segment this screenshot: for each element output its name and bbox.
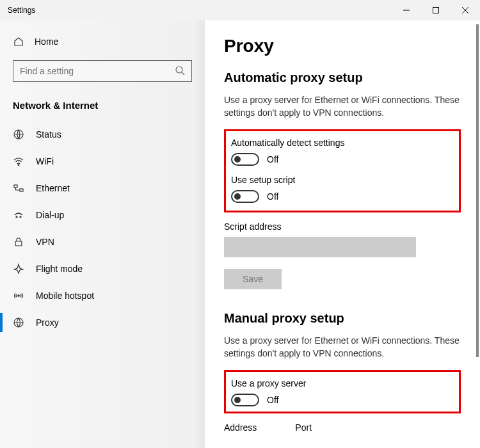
detect-toggle[interactable] (231, 153, 259, 166)
proxy-icon (13, 317, 24, 328)
manual-heading: Manual proxy setup (224, 311, 461, 326)
page-title: Proxy (224, 36, 461, 56)
svg-line-5 (182, 72, 184, 75)
minimize-button[interactable] (392, 0, 421, 20)
use-proxy-status: Off (267, 395, 278, 405)
sidebar-item-vpn[interactable]: VPN (0, 228, 205, 255)
sidebar-item-proxy[interactable]: Proxy (0, 309, 205, 336)
sidebar-item-label: Dial-up (36, 210, 64, 220)
use-proxy-label: Use a proxy server (231, 378, 454, 388)
maximize-button[interactable] (421, 0, 451, 20)
sidebar-item-ethernet[interactable]: Ethernet (0, 175, 205, 202)
svg-point-11 (20, 216, 21, 218)
home-label: Home (35, 36, 58, 47)
wifi-icon (13, 156, 24, 167)
home-nav[interactable]: Home (0, 31, 205, 52)
category-heading: Network & Internet (0, 95, 205, 121)
script-status: Off (267, 191, 278, 202)
svg-rect-8 (14, 185, 17, 188)
status-icon (13, 129, 24, 140)
search-box[interactable] (13, 60, 192, 82)
sidebar: Home Network & Internet Status WiFi Et (0, 20, 205, 448)
hotspot-icon (13, 290, 24, 301)
port-label: Port (295, 422, 312, 433)
sidebar-item-status[interactable]: Status (0, 121, 205, 148)
script-address-input[interactable] (224, 237, 416, 257)
svg-rect-12 (15, 241, 22, 246)
sidebar-item-label: Status (36, 129, 61, 140)
search-input[interactable] (20, 66, 175, 76)
detect-label: Automatically detect settings (231, 138, 454, 148)
address-label: Address (224, 422, 257, 433)
svg-point-13 (18, 295, 19, 296)
sidebar-item-label: VPN (36, 237, 54, 247)
dialup-icon (13, 209, 24, 221)
highlight-auto: Automatically detect settings Off Use se… (224, 129, 461, 212)
window-controls (392, 0, 480, 20)
auto-heading: Automatic proxy setup (224, 70, 461, 85)
ethernet-icon (13, 182, 24, 194)
sidebar-item-wifi[interactable]: WiFi (0, 148, 205, 175)
script-toggle[interactable] (231, 190, 259, 203)
svg-point-7 (18, 164, 19, 166)
sidebar-item-label: WiFi (36, 156, 54, 166)
svg-rect-1 (433, 8, 439, 13)
sidebar-item-dialup[interactable]: Dial-up (0, 202, 205, 228)
svg-point-4 (176, 67, 182, 73)
sidebar-item-label: Ethernet (36, 183, 70, 193)
highlight-manual: Use a proxy server Off (224, 370, 461, 413)
close-button[interactable] (451, 0, 480, 20)
detect-status: Off (267, 154, 278, 164)
scrollbar[interactable] (475, 20, 480, 448)
scrollbar-thumb[interactable] (476, 24, 479, 357)
airplane-icon (13, 263, 24, 275)
sidebar-item-label: Flight mode (36, 264, 83, 274)
search-icon (175, 65, 185, 77)
svg-point-10 (16, 216, 17, 218)
auto-desc: Use a proxy server for Ethernet or WiFi … (224, 94, 461, 119)
home-icon (13, 36, 24, 47)
vpn-icon (13, 236, 24, 248)
script-address-label: Script address (224, 221, 461, 232)
save-button[interactable]: Save (224, 269, 282, 289)
sidebar-item-label: Proxy (36, 317, 59, 328)
use-proxy-toggle[interactable] (231, 394, 259, 406)
content-area: Proxy Automatic proxy setup Use a proxy … (205, 20, 480, 448)
sidebar-item-label: Mobile hotspot (36, 291, 94, 301)
window-title: Settings (8, 6, 35, 15)
script-label: Use setup script (231, 175, 454, 185)
manual-desc: Use a proxy server for Ethernet or WiFi … (224, 335, 461, 360)
sidebar-item-flightmode[interactable]: Flight mode (0, 255, 205, 282)
svg-rect-9 (20, 189, 23, 191)
sidebar-item-hotspot[interactable]: Mobile hotspot (0, 282, 205, 309)
titlebar: Settings (0, 0, 480, 20)
